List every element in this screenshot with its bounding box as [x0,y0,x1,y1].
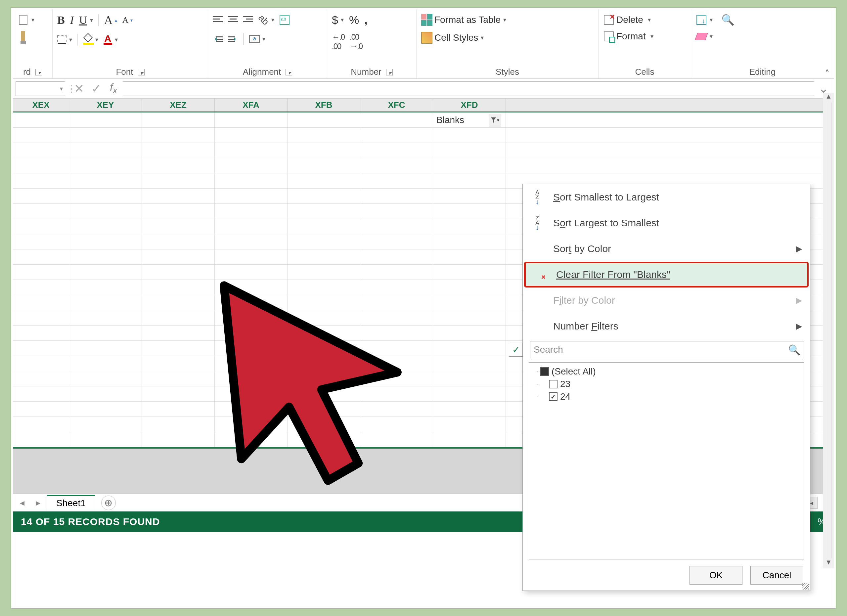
cell[interactable] [142,265,215,280]
cell[interactable] [433,189,506,203]
cell[interactable] [433,219,506,234]
align-middle-button[interactable] [226,12,240,28]
percent-button[interactable]: % [347,12,361,28]
wrap-text-button[interactable] [277,12,292,28]
cell[interactable] [215,143,288,158]
cell[interactable]: Blanks▾ [433,112,506,127]
cell[interactable] [69,204,142,219]
ok-button[interactable]: OK [689,566,742,585]
cell[interactable] [69,249,142,264]
cell[interactable] [142,219,215,234]
underline-button[interactable]: U▾ [77,12,95,28]
autofilter-button[interactable]: ▾ [489,114,501,127]
launcher-icon[interactable] [138,69,145,75]
cell[interactable] [288,128,360,143]
cell[interactable] [142,234,215,249]
cell[interactable] [69,295,142,310]
cell[interactable] [69,386,142,401]
cell[interactable] [215,341,288,356]
number-filters[interactable]: Number Filters ▶ [523,313,810,339]
column-header[interactable]: XEX [13,99,69,112]
decrease-indent-button[interactable] [211,31,225,47]
cell[interactable] [13,234,69,249]
cell[interactable] [13,402,69,417]
resize-grip[interactable] [802,583,809,589]
cell[interactable] [215,234,288,249]
column-header[interactable]: XEY [69,99,142,112]
cell[interactable] [13,417,69,432]
cell[interactable] [142,158,215,173]
cell[interactable] [288,280,360,295]
filter-value-item[interactable]: (Select All) [532,365,800,378]
cell[interactable] [433,417,506,432]
cancel-formula-button[interactable]: ✕ [71,81,87,96]
cell[interactable] [433,158,506,173]
cell[interactable] [13,173,69,188]
cell[interactable] [142,417,215,432]
cell[interactable] [69,417,142,432]
vertical-scrollbar[interactable]: ▲ ▼ [823,93,834,568]
filter-search-input[interactable]: Search 🔍 [530,341,804,358]
cell[interactable] [360,356,433,371]
cell[interactable] [360,371,433,386]
cell[interactable] [13,295,69,310]
cell[interactable] [288,326,360,340]
cell[interactable] [288,356,360,371]
comma-button[interactable]: , [362,12,369,28]
filter-value-item[interactable]: 23 [532,378,800,391]
cell[interactable] [13,371,69,386]
cell[interactable] [13,158,69,173]
cell[interactable] [13,219,69,234]
align-top-button[interactable] [211,12,225,28]
cell[interactable] [288,158,360,173]
cell[interactable] [215,189,288,203]
collapse-ribbon-button[interactable]: ˄ [825,68,829,79]
cell[interactable] [13,386,69,401]
cell[interactable] [433,249,506,264]
cell[interactable] [433,204,506,219]
launcher-icon[interactable] [386,69,393,75]
filter-values-tree[interactable]: (Select All)2324 [529,362,804,559]
cell[interactable] [13,280,69,295]
cell[interactable] [215,417,288,432]
delete-button[interactable]: Delete▾ [601,12,653,28]
cell[interactable] [13,204,69,219]
sort-descending[interactable]: ZA↓ Sort Largest to Smallest [523,210,810,236]
cell[interactable] [360,158,433,173]
align-bottom-button[interactable] [241,12,255,28]
cell[interactable] [13,112,69,127]
cell[interactable] [288,143,360,158]
cell[interactable] [69,402,142,417]
font-color-button[interactable]: A▾ [102,32,120,48]
cell[interactable] [360,417,433,432]
cell[interactable] [360,204,433,219]
cell[interactable] [13,326,69,340]
cell[interactable] [69,112,142,127]
cell[interactable] [433,326,506,340]
increase-indent-button[interactable] [226,31,240,47]
cell[interactable] [433,295,506,310]
cell[interactable] [142,280,215,295]
cell[interactable] [288,386,360,401]
cell[interactable] [433,386,506,401]
cell[interactable] [433,356,506,371]
clear-filter[interactable]: Clear Filter From "Blanks" [524,262,809,287]
cell[interactable] [142,128,215,143]
cell[interactable] [142,310,215,325]
cell[interactable] [215,249,288,264]
cell[interactable] [360,128,433,143]
copy-button[interactable]: ▾ [16,12,36,28]
sort-ascending[interactable]: AZ↓ SSort Smallest to Largestort Smalles… [523,184,810,210]
cell[interactable] [433,432,506,447]
cell[interactable] [142,341,215,356]
cell[interactable] [288,402,360,417]
cell[interactable] [69,371,142,386]
cell[interactable] [142,249,215,264]
cell[interactable] [215,310,288,325]
cell[interactable] [142,386,215,401]
launcher-icon[interactable] [35,69,42,75]
cell[interactable] [360,402,433,417]
cell[interactable] [215,402,288,417]
cell[interactable] [215,280,288,295]
cell[interactable] [433,143,506,158]
